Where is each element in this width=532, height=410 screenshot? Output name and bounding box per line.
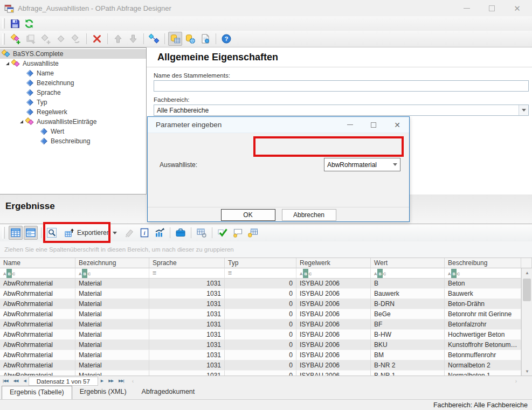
table-row[interactable]: AbwRohrmaterialMaterial10310ISYBAU 2006B… <box>0 350 532 360</box>
filter-cell-abc-icon[interactable]: ABC <box>75 268 149 279</box>
dialog-minimize-button[interactable] <box>338 117 362 133</box>
stammelement-name-input[interactable] <box>154 80 529 92</box>
close-button[interactable]: ✕ <box>505 0 530 16</box>
scroll-down-icon[interactable]: ▼ <box>522 367 532 376</box>
cell-wert: B-NR 2 <box>371 360 445 371</box>
tree-item-auswahlliste[interactable]: Auswahlliste <box>0 59 146 68</box>
nav-next-page-icon[interactable]: ▶▶ <box>106 379 116 383</box>
help-icon[interactable]: ? <box>219 32 233 46</box>
scroll-up-icon[interactable]: ▲ <box>522 268 532 277</box>
dialog-close-button[interactable]: ✕ <box>385 117 409 133</box>
properties-heading: Allgemeine Eigenschaften <box>147 47 532 67</box>
filter-cell-equals-icon[interactable]: = <box>149 268 225 279</box>
table-row[interactable]: AbwRohrmaterialMaterial10310ISYBAU 2006B… <box>0 299 532 309</box>
group-by-panel[interactable]: Ziehen Sie eine Spaltenüberschrift in di… <box>0 241 532 258</box>
delete-icon[interactable] <box>90 32 104 46</box>
link-elements-icon[interactable] <box>147 32 161 46</box>
dialog-maximize-button[interactable] <box>362 117 385 133</box>
cell-bezeichnung: Material <box>75 319 149 330</box>
column-header-sprache[interactable]: Sprache <box>149 258 225 268</box>
tab-ergebnis-tabelle-[interactable]: Ergebnis (Tabelle) <box>2 386 72 399</box>
info-icon[interactable]: i <box>137 226 151 240</box>
fachbereich-label: Fachbereich: <box>154 96 532 103</box>
chevron-down-icon <box>393 163 397 166</box>
add-attribute-icon <box>39 32 53 46</box>
tree-item-wert[interactable]: Wert <box>0 127 146 136</box>
toolbar-separator <box>170 227 170 238</box>
column-header-wert[interactable]: Wert <box>371 258 445 268</box>
auswahlliste-combobox[interactable]: AbwRohrmaterial <box>324 158 400 171</box>
scrollbar-thumb[interactable] <box>523 279 531 301</box>
hscroll-right-icon[interactable]: › <box>515 378 517 384</box>
filter-cell-equals-icon[interactable]: = <box>225 268 296 279</box>
cell-beschreibung: Normalbeton 1 <box>445 371 521 376</box>
nav-prev-icon[interactable]: ◀ <box>20 379 28 383</box>
nav-next-icon[interactable]: ▶ <box>98 379 106 383</box>
export-button-label: Exportieren <box>77 229 110 237</box>
tree-item-name[interactable]: Name <box>0 68 146 78</box>
cell-wert: B-DRN <box>371 299 445 309</box>
table-row[interactable]: AbwRohrmaterialMaterial10310ISYBAU 2006B… <box>0 340 532 350</box>
column-header-beschreibung[interactable]: Beschreibung <box>445 258 521 268</box>
table-row[interactable]: AbwRohrmaterialMaterial10310ISYBAU 2006B… <box>0 289 532 299</box>
column-header-regelwerk[interactable]: Regelwerk <box>296 258 371 268</box>
filter-cell-abc-icon[interactable]: ABC <box>371 268 445 279</box>
tab-abfragedokument[interactable]: Abfragedokument <box>134 386 203 398</box>
tree-item-beschreibung[interactable]: Beschreibung <box>0 136 146 146</box>
expand-collapse-icon[interactable] <box>20 120 23 123</box>
tree-item-auswahllisteeintr-ge[interactable]: AuswahllisteEinträge <box>0 117 146 127</box>
cell-regelwerk: ISYBAU 2006 <box>296 279 371 289</box>
save-icon[interactable] <box>9 18 22 30</box>
table-row[interactable]: AbwRohrmaterialMaterial10310ISYBAU 2006B… <box>0 330 532 340</box>
nav-prev-page-icon[interactable]: ◀◀ <box>11 379 21 383</box>
search-icon[interactable] <box>45 226 59 240</box>
ok-button[interactable]: OK <box>221 209 275 221</box>
tree-item-regelwerk[interactable]: Regelwerk <box>0 107 146 117</box>
table-db-icon[interactable] <box>246 226 260 240</box>
tab-ergebnis-xml-[interactable]: Ergebnis (XML) <box>72 386 134 398</box>
column-header-typ[interactable]: Typ <box>225 258 296 268</box>
cancel-button[interactable]: Abbrechen <box>282 209 336 221</box>
refresh-icon[interactable] <box>23 18 36 30</box>
table-row[interactable]: AbwRohrmaterialMaterial10310ISYBAU 2006B… <box>0 360 532 371</box>
check-icon[interactable] <box>216 226 230 240</box>
cell-name: AbwRohrmaterial <box>0 371 75 376</box>
table-row[interactable]: AbwRohrmaterialMaterial10310ISYBAU 2006B… <box>0 371 532 376</box>
nav-last-icon[interactable]: ▶▶| <box>116 379 127 383</box>
expand-collapse-icon[interactable] <box>6 62 9 65</box>
window-title: Abfrage_Auswahllisten - OPath Abfrage De… <box>18 4 171 12</box>
tree-item-typ[interactable]: Typ <box>0 98 146 107</box>
tree-item-basys-complete[interactable]: BaSYS.Complete <box>0 49 146 59</box>
chart-icon[interactable] <box>153 226 167 240</box>
table-row[interactable]: AbwRohrmaterialMaterial10310ISYBAU 2006B… <box>0 319 532 330</box>
export-button[interactable]: Exportieren <box>60 226 121 240</box>
view-grid-icon[interactable] <box>9 226 23 240</box>
comment-icon[interactable] <box>231 226 245 240</box>
hscroll-left-icon[interactable]: ‹ <box>127 378 134 384</box>
result-document-icon[interactable] <box>198 32 212 46</box>
cell-beschreibung: Normalbeton 2 <box>445 360 521 371</box>
table-refresh-icon[interactable] <box>195 226 209 240</box>
nav-first-icon[interactable]: |◀◀ <box>0 379 11 383</box>
table-row[interactable]: AbwRohrmaterialMaterial10310ISYBAU 2006B… <box>0 279 532 289</box>
filter-cell-abc-icon[interactable]: ABC <box>445 268 521 279</box>
cell-beschreibung: Bauwerk <box>445 289 521 299</box>
briefcase-icon[interactable] <box>174 226 188 240</box>
filter-cell-abc-icon[interactable]: ABC <box>296 268 371 279</box>
column-header-bezeichnung[interactable]: Bezeichnung <box>75 258 149 268</box>
maximize-button[interactable] <box>479 0 505 16</box>
fachbereich-dropdown-button[interactable] <box>519 105 528 115</box>
view-rows-icon[interactable] <box>24 226 38 240</box>
fachbereich-combobox[interactable]: Alle Fachbereiche <box>154 105 529 116</box>
minimize-button[interactable] <box>454 0 479 16</box>
column-header-name[interactable]: Name <box>0 258 75 268</box>
add-element-icon[interactable] <box>9 32 23 46</box>
tree-item-sprache[interactable]: Sprache <box>0 88 146 98</box>
vertical-scrollbar[interactable]: ▲ ▼ <box>521 268 532 376</box>
filter-cell-abc-icon[interactable]: ABC <box>0 268 75 279</box>
result-database-icon[interactable] <box>183 32 197 46</box>
auswahlliste-dropdown-button[interactable] <box>390 158 400 171</box>
result-table-icon[interactable] <box>168 32 182 46</box>
tree-item-bezeichnung[interactable]: Bezeichnung <box>0 78 146 88</box>
table-row[interactable]: AbwRohrmaterialMaterial10310ISYBAU 2006B… <box>0 309 532 319</box>
